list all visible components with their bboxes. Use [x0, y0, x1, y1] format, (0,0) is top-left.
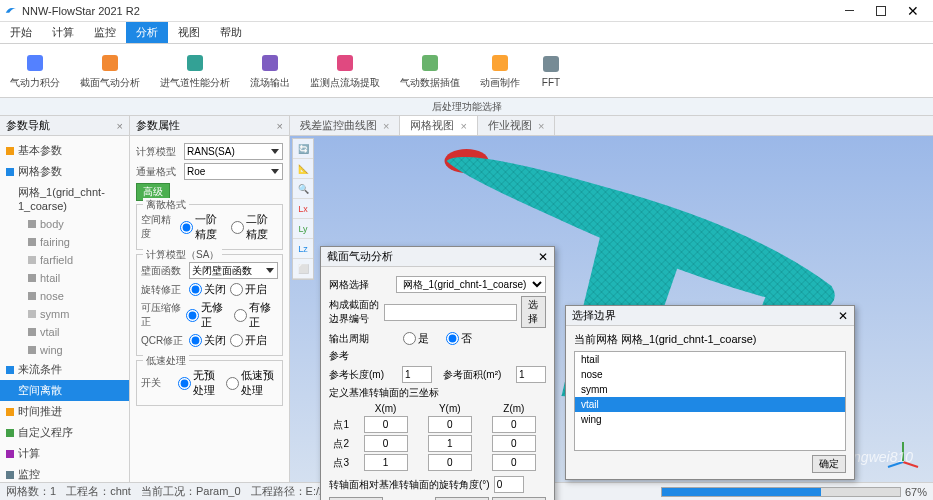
qcr-label: QCR修正	[141, 334, 185, 348]
wall-select[interactable]: 关闭壁面函数	[189, 262, 278, 279]
app-logo-icon	[4, 4, 18, 18]
dlg1-period-no[interactable]: 否	[446, 331, 472, 346]
low-label: 开关	[141, 376, 174, 390]
disc-label: 空间精度	[141, 213, 176, 241]
tree-node-12[interactable]: 空间离散	[0, 380, 129, 401]
maximize-button[interactable]	[865, 0, 897, 22]
svg-rect-7	[543, 56, 559, 72]
comp-on[interactable]: 有修正	[234, 300, 278, 330]
close-button[interactable]: ✕	[897, 0, 929, 22]
dlg1-bound-input[interactable]	[384, 304, 517, 321]
dlg1-grid-select[interactable]: 网格_1(grid_chnt-1_coarse)	[396, 276, 546, 293]
dlg1-points-table: X(m)Y(m)Z(m)点1点2点3	[329, 402, 546, 472]
svg-rect-3	[262, 55, 278, 71]
ribbon-0[interactable]: 气动力积分	[6, 50, 64, 92]
tree-node-11[interactable]: 来流条件	[0, 359, 129, 380]
view-tabs: 残差监控曲线图×网格视图×作业视图×	[290, 116, 933, 136]
svg-rect-5	[422, 55, 438, 71]
sa-group-title: 计算模型（SA）	[143, 248, 222, 262]
menu-2[interactable]: 监控	[84, 22, 126, 43]
tree-node-7[interactable]: nose	[0, 287, 129, 305]
dlg2-title: 选择边界	[572, 308, 616, 323]
dlg1-refarea-input[interactable]	[516, 366, 546, 383]
comp-label: 可压缩修正	[141, 301, 182, 329]
calc-model-label: 计算模型	[136, 145, 180, 159]
menu-1[interactable]: 计算	[42, 22, 84, 43]
rot-on[interactable]: 开启	[230, 282, 267, 297]
flux-label: 通量格式	[136, 165, 180, 179]
tab-2[interactable]: 作业视图×	[478, 116, 555, 135]
disc-opt2[interactable]: 二阶精度	[231, 212, 278, 242]
dlg2-list[interactable]: htailnosesymmvtailwing	[574, 351, 846, 451]
svg-rect-4	[337, 55, 353, 71]
minimize-button[interactable]	[833, 0, 865, 22]
ribbon-5[interactable]: 气动数据插值	[396, 50, 464, 92]
dlg1-angle-input[interactable]	[494, 476, 524, 493]
tree-node-5[interactable]: farfield	[0, 251, 129, 269]
flux-select[interactable]: Roe	[184, 163, 283, 180]
ribbon-4[interactable]: 监测点流场提取	[306, 50, 384, 92]
ribbon-6[interactable]: 动画制作	[476, 50, 524, 92]
tree-node-16[interactable]: 监控	[0, 464, 129, 482]
dlg2-item-wing[interactable]: wing	[575, 412, 845, 427]
ribbon-7[interactable]: FFT	[536, 51, 566, 90]
low-opt2[interactable]: 低速预处理	[226, 368, 278, 398]
tab-1[interactable]: 网格视图×	[400, 116, 477, 135]
dlg1-close-icon[interactable]: ✕	[538, 250, 548, 264]
nav-panel: 参数导航× 基本参数网格参数网格_1(grid_chnt-1_coarse)bo…	[0, 116, 130, 482]
props-title: 参数属性	[136, 118, 180, 133]
progress-text: 67%	[905, 486, 927, 498]
dlg2-close-icon[interactable]: ✕	[838, 309, 848, 323]
tab-0[interactable]: 残差监控曲线图×	[290, 116, 400, 135]
ribbon: 气动力积分截面气动分析进气道性能分析流场输出监测点流场提取气动数据插值动画制作F…	[0, 44, 933, 98]
tree-node-1[interactable]: 网格参数	[0, 161, 129, 182]
tree-node-13[interactable]: 时间推进	[0, 401, 129, 422]
rot-off[interactable]: 关闭	[189, 282, 226, 297]
dlg2-item-symm[interactable]: symm	[575, 382, 845, 397]
tree-node-0[interactable]: 基本参数	[0, 140, 129, 161]
tree-node-10[interactable]: wing	[0, 341, 129, 359]
nav-close-icon[interactable]: ×	[117, 120, 123, 132]
qcr-off[interactable]: 关闭	[189, 333, 226, 348]
tree-node-3[interactable]: body	[0, 215, 129, 233]
select-boundary-dialog: 选择边界✕ 当前网格 网格_1(grid_chnt-1_coarse) htai…	[565, 305, 855, 480]
app-title: NNW-FlowStar 2021 R2	[22, 5, 833, 17]
ribbon-2[interactable]: 进气道性能分析	[156, 50, 234, 92]
dlg1-select-button[interactable]: 选择	[521, 296, 546, 328]
dlg2-ok-button[interactable]: 确定	[812, 455, 846, 473]
progress-bar	[661, 487, 901, 497]
tree-node-15[interactable]: 计算	[0, 443, 129, 464]
props-panel: 参数属性× 计算模型RANS(SA) 通量格式Roe 高级 离散格式 空间精度 …	[130, 116, 290, 482]
comp-off[interactable]: 无修正	[186, 300, 230, 330]
ribbon-3[interactable]: 流场输出	[246, 50, 294, 92]
dlg1-period-yes[interactable]: 是	[403, 331, 429, 346]
svg-rect-6	[492, 55, 508, 71]
disc-opt1[interactable]: 一阶精度	[180, 212, 227, 242]
ribbon-1[interactable]: 截面气动分析	[76, 50, 144, 92]
props-close-icon[interactable]: ×	[277, 120, 283, 132]
menu-3[interactable]: 分析	[126, 22, 168, 43]
low-group-title: 低速处理	[143, 354, 189, 368]
qcr-on[interactable]: 开启	[230, 333, 267, 348]
section-analysis-dialog: 截面气动分析✕ 网格选择网格_1(grid_chnt-1_coarse) 构成截…	[320, 246, 555, 500]
disc-group-title: 离散格式	[143, 198, 189, 212]
calc-model-select[interactable]: RANS(SA)	[184, 143, 283, 160]
dlg2-item-htail[interactable]: htail	[575, 352, 845, 367]
tree-node-8[interactable]: symm	[0, 305, 129, 323]
tree-node-2[interactable]: 网格_1(grid_chnt-1_coarse)	[0, 182, 129, 215]
tree-node-4[interactable]: fairing	[0, 233, 129, 251]
tree-node-14[interactable]: 自定义程序	[0, 422, 129, 443]
menubar: 开始计算监控分析视图帮助	[0, 22, 933, 44]
tree-node-9[interactable]: vtail	[0, 323, 129, 341]
menu-4[interactable]: 视图	[168, 22, 210, 43]
nav-tree: 基本参数网格参数网格_1(grid_chnt-1_coarse)bodyfair…	[0, 136, 129, 482]
tree-node-6[interactable]: htail	[0, 269, 129, 287]
menu-0[interactable]: 开始	[0, 22, 42, 43]
menu-5[interactable]: 帮助	[210, 22, 252, 43]
dlg2-item-nose[interactable]: nose	[575, 367, 845, 382]
wall-label: 壁面函数	[141, 264, 185, 278]
low-opt1[interactable]: 无预处理	[178, 368, 222, 398]
dlg2-item-vtail[interactable]: vtail	[575, 397, 845, 412]
dlg1-reflen-input[interactable]	[402, 366, 432, 383]
svg-rect-1	[102, 55, 118, 71]
